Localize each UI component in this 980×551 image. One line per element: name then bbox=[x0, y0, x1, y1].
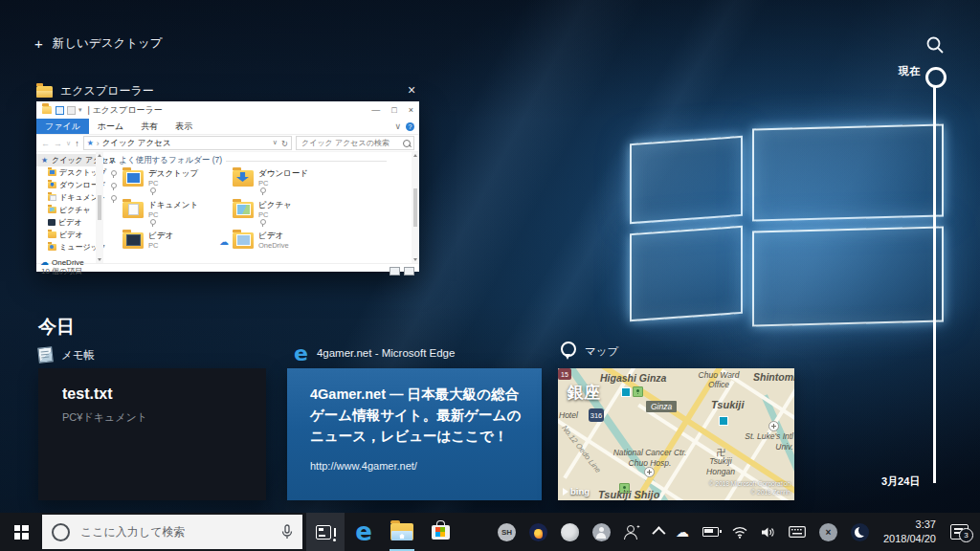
pin-icon bbox=[260, 219, 266, 225]
forward-button[interactable]: → bbox=[54, 139, 62, 148]
tab-home[interactable]: ホーム bbox=[89, 119, 132, 134]
volume-button[interactable] bbox=[754, 513, 782, 551]
scroll-down-icon[interactable] bbox=[98, 258, 101, 261]
tab-file[interactable]: ファイル bbox=[36, 119, 89, 134]
map-label: Higashi Ginza bbox=[600, 372, 666, 384]
recent-dropdown-icon[interactable]: ∨ bbox=[66, 140, 71, 147]
tile-desktop[interactable]: デスクトップ PC bbox=[122, 168, 226, 193]
large-icons-view-icon[interactable] bbox=[404, 267, 414, 276]
explorer-search-input[interactable] bbox=[300, 138, 403, 148]
scroll-up-icon[interactable] bbox=[98, 154, 101, 157]
show-hidden-icons-button[interactable] bbox=[646, 513, 669, 551]
tray-moon-app[interactable] bbox=[554, 513, 586, 551]
map-place-name: 銀座 bbox=[568, 382, 600, 404]
sidebar-item-videos-2[interactable]: ビデオ bbox=[36, 229, 103, 241]
clock-date: 2018/04/20 bbox=[883, 532, 936, 546]
quick-access-toolbar[interactable]: ▾ bbox=[56, 106, 82, 115]
taskbar-search-box[interactable] bbox=[42, 515, 302, 549]
network-button[interactable] bbox=[725, 513, 754, 551]
back-button[interactable]: ← bbox=[41, 139, 50, 148]
sidebar-scrollbar[interactable] bbox=[96, 152, 103, 263]
sidebar-item-desktop[interactable]: デスクトップ bbox=[36, 166, 103, 179]
tray-account-app[interactable] bbox=[586, 513, 617, 551]
help-icon[interactable]: ? bbox=[406, 122, 414, 131]
onedrive-tray-button[interactable]: ☁ bbox=[669, 513, 696, 551]
maps-card-header: マップ bbox=[561, 342, 618, 360]
close-button[interactable]: × bbox=[409, 105, 413, 115]
tile-pictures[interactable]: ピクチャ PC bbox=[233, 200, 336, 225]
edge-icon: e bbox=[355, 519, 372, 544]
explorer-search-box[interactable] bbox=[296, 136, 414, 150]
close-thumbnail-button[interactable]: × bbox=[403, 81, 420, 99]
activity-path: PC¥ドキュメント bbox=[62, 410, 147, 425]
maximize-button[interactable]: □ bbox=[391, 105, 396, 115]
tray-bird-app[interactable] bbox=[523, 513, 554, 551]
sidebar-item-pictures[interactable]: ピクチャ bbox=[36, 204, 103, 216]
sidebar-item-quick-access[interactable]: ★ クイック アクセス bbox=[36, 154, 103, 166]
sidebar-item-videos[interactable]: ビデオ bbox=[36, 216, 103, 229]
pin-icon bbox=[260, 187, 266, 193]
timeline-scrollbar[interactable] bbox=[933, 86, 936, 483]
speaker-icon bbox=[761, 526, 775, 539]
qat-icon[interactable] bbox=[56, 106, 64, 115]
ribbon-collapse-icon[interactable]: ∨ bbox=[394, 121, 401, 131]
task-view-button[interactable] bbox=[306, 513, 345, 551]
touch-keyboard-button[interactable] bbox=[782, 513, 813, 551]
explorer-window-thumbnail[interactable]: ▾ | エクスプローラー — □ × ファイル ホーム 共有 表示 ∨ ? ← bbox=[36, 101, 419, 272]
minimize-button[interactable]: — bbox=[371, 105, 380, 115]
taskbar-store-button[interactable] bbox=[421, 513, 459, 551]
taskbar-clock[interactable]: 3:37 2018/04/20 bbox=[876, 518, 944, 546]
cloud-icon: ☁ bbox=[676, 525, 689, 539]
sidebar-item-documents[interactable]: ドキュメント bbox=[36, 191, 103, 204]
tray-x-app[interactable]: × bbox=[813, 513, 844, 551]
tile-videos-onedrive[interactable]: ☁ ビデオ OneDrive bbox=[233, 231, 336, 250]
folder-icon bbox=[48, 231, 56, 238]
battery-button[interactable] bbox=[696, 513, 725, 551]
cortana-icon bbox=[52, 523, 70, 541]
tray-user-app[interactable]: SH bbox=[491, 513, 523, 551]
new-desktop-button[interactable]: + 新しいデスクトップ bbox=[34, 35, 163, 52]
refresh-icon[interactable]: ↻ bbox=[281, 139, 288, 148]
explorer-sidebar: ★ クイック アクセス デスクトップ ダウンロード ドキュメント bbox=[36, 152, 103, 263]
taskbar-search-input[interactable] bbox=[78, 524, 273, 540]
tab-view[interactable]: 表示 bbox=[167, 119, 201, 134]
timeline-date-label: 3月24日 bbox=[881, 474, 924, 489]
taskbar-edge-button[interactable]: e bbox=[345, 513, 383, 551]
tile-videos[interactable]: ビデオ PC bbox=[122, 231, 226, 250]
folder-icon bbox=[48, 244, 56, 251]
x-circle-icon: × bbox=[819, 523, 837, 541]
content-scrollbar[interactable] bbox=[412, 152, 419, 263]
folder-icon bbox=[36, 86, 53, 98]
activity-card-maps[interactable]: 15 Higashi Ginza Chuo Ward Office Shinto… bbox=[558, 368, 794, 500]
up-button[interactable]: ↑ bbox=[75, 139, 79, 148]
timeline-search-button[interactable] bbox=[924, 34, 946, 55]
start-button[interactable] bbox=[0, 513, 42, 551]
activity-card-notepad[interactable]: test.txt PC¥ドキュメント bbox=[38, 368, 266, 500]
microphone-icon[interactable] bbox=[281, 524, 293, 540]
sidebar-item-onedrive[interactable]: ☁ OneDrive bbox=[36, 256, 103, 269]
activity-card-edge[interactable]: 4Gamer.net ― 日本最大級の総合ゲーム情報サイト。最新ゲームのニュース… bbox=[287, 368, 542, 500]
tile-downloads[interactable]: ダウンロード PC bbox=[233, 168, 336, 193]
sidebar-item-downloads[interactable]: ダウンロード bbox=[36, 179, 103, 191]
action-center-button[interactable]: 3 bbox=[944, 513, 980, 551]
explorer-thumbnail-title: エクスプローラー bbox=[36, 83, 154, 99]
wifi-icon bbox=[732, 526, 747, 539]
bird-app-icon bbox=[529, 523, 547, 541]
frequent-folders-header[interactable]: ∨ よく使用するフォルダー (7) bbox=[109, 155, 387, 166]
tray-crescent-app[interactable] bbox=[844, 513, 876, 551]
address-dropdown-icon[interactable]: ∨ bbox=[273, 139, 278, 148]
timeline-scrollbar-knob[interactable] bbox=[925, 67, 947, 88]
taskbar-explorer-button[interactable] bbox=[383, 513, 421, 551]
qat-icon[interactable] bbox=[67, 106, 76, 115]
people-button[interactable] bbox=[617, 513, 646, 551]
address-field[interactable]: ★ › クイック アクセス ∨ ↻ bbox=[83, 136, 292, 150]
timeline-now-label: 現在 bbox=[899, 64, 920, 78]
tile-documents[interactable]: ドキュメント PC bbox=[122, 200, 226, 225]
details-view-icon[interactable] bbox=[390, 267, 400, 276]
map-park bbox=[633, 386, 643, 397]
task-view-screen: + 新しいデスクトップ 現在 3月24日 エクスプローラー × ▾ | エクスプ… bbox=[0, 0, 980, 551]
qat-dropdown-icon[interactable]: ▾ bbox=[78, 106, 82, 114]
plus-icon: + bbox=[34, 36, 43, 51]
tab-share[interactable]: 共有 bbox=[132, 119, 167, 134]
sidebar-item-music[interactable]: ミュージック bbox=[36, 241, 103, 253]
